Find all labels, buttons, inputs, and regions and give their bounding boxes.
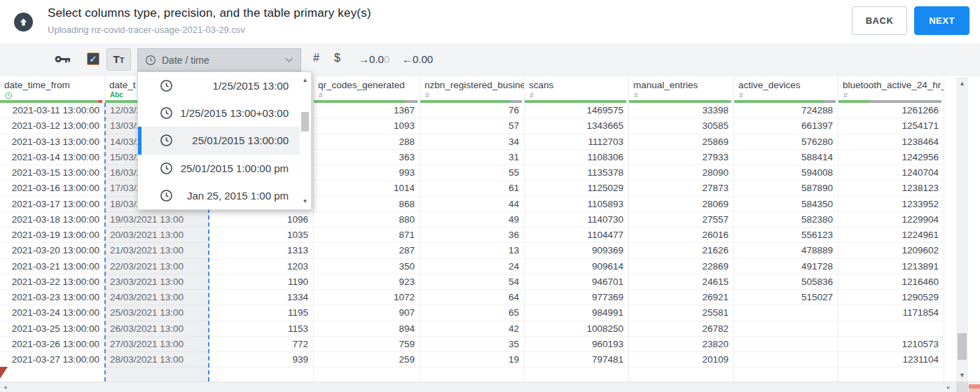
table-cell[interactable]: 2021-03-18 13:00:00 [0,212,104,227]
table-cell[interactable]: 363 [314,150,420,165]
table-cell[interactable]: 960193 [525,337,628,352]
scroll-down-icon[interactable]: ▼ [956,372,968,379]
table-cell[interactable]: 23/03/2021 13:00 [105,274,209,290]
column-header[interactable]: active_devices [734,76,838,92]
table-cell[interactable]: 35 [420,337,524,352]
table-cell[interactable]: 894 [314,321,420,337]
table-cell[interactable]: 2021-03-14 13:00:00 [0,150,104,165]
column-header[interactable]: date_time_from [0,76,104,92]
table-cell[interactable]: 20/03/2021 13:00 [105,227,209,243]
table-cell[interactable]: 582380 [734,212,838,227]
table-cell[interactable]: 1153 [209,321,313,337]
table-cell[interactable]: 1233952 [838,197,944,212]
column-header[interactable]: nzbn_registered_busine [420,76,524,92]
scroll-left-icon[interactable]: ◂ [4,382,7,392]
datetime-format-select[interactable]: Date / time [137,48,301,71]
next-button[interactable]: NEXT [914,6,969,35]
table-cell[interactable]: 2021-03-11 13:00:00 [0,103,104,118]
dropdown-scrollbar[interactable]: ▲ ▼ [300,73,310,209]
table-cell[interactable]: 661397 [734,118,838,134]
table-cell[interactable]: 1367 [314,103,420,118]
table-cell[interactable]: 977369 [525,290,628,305]
table-cell[interactable]: 1209602 [838,243,944,258]
table-cell[interactable]: 1035 [209,227,313,243]
table-cell[interactable]: 1014 [314,181,420,196]
column-manual_entries[interactable]: manual_entries#3339830585258692793328090… [629,76,734,382]
currency-type-button[interactable]: $ [334,52,340,64]
table-cell[interactable] [838,321,944,337]
table-cell[interactable]: 44 [420,197,524,212]
table-cell[interactable]: 2021-03-22 13:00:00 [0,274,104,290]
table-cell[interactable]: 1213891 [838,259,944,274]
table-cell[interactable]: 491728 [734,259,838,274]
boolean-type-checkbox[interactable]: ✓ [87,52,99,65]
table-cell[interactable]: 20109 [629,352,733,368]
table-cell[interactable]: 871 [314,227,420,243]
table-cell[interactable]: 23820 [629,337,733,352]
table-cell[interactable] [734,352,838,368]
table-cell[interactable]: 36 [420,227,524,243]
table-cell[interactable]: 1171854 [838,305,944,321]
table-cell[interactable]: 1242956 [838,150,944,165]
table-cell[interactable]: 1072 [314,290,420,305]
table-cell[interactable]: 2021-03-20 13:00:00 [0,243,104,258]
table-cell[interactable]: 24 [420,259,524,274]
table-cell[interactable]: 61 [420,181,524,196]
table-cell[interactable]: 22/03/2021 13:00 [105,259,209,274]
table-cell[interactable]: 907 [314,305,420,321]
table-cell[interactable]: 2021-03-13 13:00:00 [0,134,104,150]
table-cell[interactable]: 2021-03-15 13:00:00 [0,165,104,181]
table-cell[interactable]: 26782 [629,321,733,337]
table-cell[interactable]: 76 [420,103,524,118]
table-cell[interactable]: 993 [314,165,420,181]
table-cell[interactable]: 28069 [629,197,733,212]
table-cell[interactable]: 1210573 [838,337,944,352]
table-cell[interactable]: 1240704 [838,165,944,181]
vertical-scrollbar-thumb[interactable] [958,333,967,360]
table-cell[interactable]: 505836 [734,274,838,290]
dropdown-scrollbar-thumb[interactable] [301,112,309,132]
table-cell[interactable]: 287 [314,243,420,258]
table-cell[interactable]: 1195 [209,305,313,321]
table-cell[interactable]: 27873 [629,181,733,196]
table-cell[interactable] [734,305,838,321]
column-header[interactable]: bluetooth_active_24_hr_ [838,76,944,92]
table-cell[interactable]: 724288 [734,103,838,118]
table-cell[interactable]: 1229904 [838,212,944,227]
format-option[interactable]: 25/01/2015 1:00:00 pm [138,155,311,182]
table-cell[interactable]: 584350 [734,197,838,212]
column-bluetooth_active_24_hr_[interactable]: bluetooth_active_24_hr_#1261266125417112… [838,76,944,382]
decimal-increase-button[interactable]: ←0.00 [402,53,433,65]
decimal-decrease-button[interactable]: →0.00 [359,53,389,65]
table-cell[interactable]: 909369 [525,243,628,258]
table-cell[interactable]: 1261266 [838,103,944,118]
table-cell[interactable]: 1190 [209,274,313,290]
table-cell[interactable] [734,321,838,337]
table-cell[interactable]: 57 [420,118,524,134]
table-cell[interactable]: 1254171 [838,118,944,134]
table-cell[interactable]: 25581 [629,305,733,321]
column-active_devices[interactable]: active_devices#7242886613975762805884145… [734,76,838,382]
table-cell[interactable]: 1135378 [525,165,628,181]
table-cell[interactable]: 288 [314,134,420,150]
table-cell[interactable]: 25/03/2021 13:00 [105,305,209,321]
table-cell[interactable]: 1203 [209,259,313,274]
table-cell[interactable]: 42 [420,321,524,337]
table-cell[interactable]: 1093 [314,118,420,134]
table-cell[interactable]: 1334 [209,290,313,305]
table-cell[interactable]: 26/03/2021 13:00 [105,321,209,337]
table-cell[interactable]: 2021-03-17 13:00:00 [0,197,104,212]
table-cell[interactable]: 587890 [734,181,838,196]
table-cell[interactable]: 984991 [525,305,628,321]
scroll-up-icon[interactable]: ▲ [956,80,968,87]
table-cell[interactable]: 26921 [629,290,733,305]
table-cell[interactable]: 259 [314,352,420,368]
table-cell[interactable]: 1313 [209,243,313,258]
column-header[interactable]: manual_entries [629,76,733,92]
table-cell[interactable]: 2021-03-24 13:00:00 [0,305,104,321]
table-cell[interactable]: 797481 [525,352,628,368]
table-cell[interactable]: 1140730 [525,212,628,227]
table-cell[interactable]: 64 [420,290,524,305]
table-cell[interactable]: 30585 [629,118,733,134]
table-cell[interactable]: 946701 [525,274,628,290]
